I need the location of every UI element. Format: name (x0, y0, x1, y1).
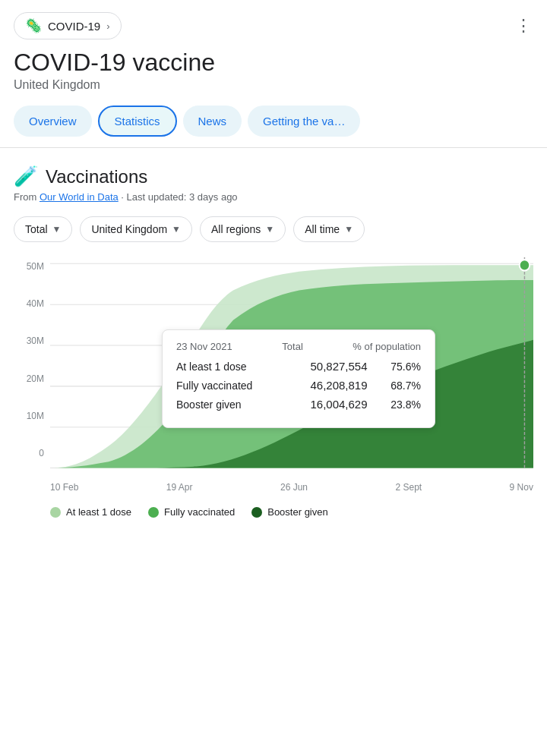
tooltip-col-pct: % of population (353, 341, 421, 352)
breadcrumb-label: COVID-19 (48, 20, 100, 33)
legend-item-fully: Fully vaccinated (148, 506, 235, 518)
x-label-sept: 2 Sept (395, 482, 422, 493)
tooltip-row1-name: At least 1 dose (176, 361, 291, 373)
page-subtitle: United Kingdom (0, 78, 547, 101)
y-label-10m: 10M (14, 411, 44, 421)
tab-news[interactable]: News (183, 106, 242, 137)
covid-icon: 🦠 (25, 17, 42, 34)
filter-time[interactable]: All time ▼ (293, 216, 365, 242)
divider (0, 147, 547, 148)
y-axis: 50M 40M 30M 20M 10M 0 (14, 257, 44, 462)
vaccinations-section: 🧪 Vaccinations From Our World in Data · … (0, 151, 547, 500)
x-axis: 10 Feb 19 Apr 26 Jun 2 Sept 9 Nov (50, 482, 533, 493)
filter-total[interactable]: Total ▼ (14, 216, 72, 242)
x-label-feb: 10 Feb (50, 482, 78, 493)
x-label-jun: 26 Jun (280, 482, 308, 493)
tooltip-row-2: Fully vaccinated 46,208,819 68.7% (176, 379, 421, 392)
filter-regions-arrow: ▼ (265, 224, 274, 235)
legend-label-1dose: At least 1 dose (66, 506, 131, 518)
y-label-50m: 50M (14, 261, 44, 272)
tooltip-row3-pct: 23.8% (368, 398, 421, 411)
x-label-apr: 19 Apr (166, 482, 193, 493)
legend-dot-1dose (50, 507, 61, 518)
source-suffix: · Last updated: 3 days ago (119, 191, 238, 203)
chevron-right-icon: › (106, 20, 109, 32)
y-label-20m: 20M (14, 373, 44, 384)
legend-label-fully: Fully vaccinated (164, 506, 235, 518)
tab-getting[interactable]: Getting the va… (248, 106, 360, 137)
filter-country-arrow: ▼ (172, 224, 181, 235)
tabs-row: Overview Statistics News Getting the va… (0, 101, 547, 144)
vaccine-icon: 🧪 (14, 165, 38, 188)
tooltip-row2-pct: 68.7% (368, 380, 421, 392)
legend-label-booster: Booster given (267, 506, 328, 518)
page-title: COVID-19 vaccine (0, 46, 547, 78)
filter-time-label: All time (305, 223, 340, 235)
legend-item-1dose: At least 1 dose (50, 506, 131, 518)
source-link[interactable]: Our World in Data (40, 191, 119, 203)
chart-area: 50M 40M 30M 20M 10M 0 (14, 257, 533, 500)
tooltip-row3-name: Booster given (176, 398, 291, 411)
covid-breadcrumb[interactable]: 🦠 COVID-19 › (14, 12, 122, 39)
legend-item-booster: Booster given (251, 506, 328, 518)
filter-country[interactable]: United Kingdom ▼ (80, 216, 192, 242)
y-label-40m: 40M (14, 298, 44, 309)
tooltip-row-3: Booster given 16,004,629 23.8% (176, 398, 421, 411)
tooltip-row2-total: 46,208,819 (291, 379, 368, 392)
tooltip-box: 23 Nov 2021 Total % of population At lea… (162, 329, 435, 428)
tab-overview[interactable]: Overview (14, 106, 92, 137)
tooltip-row-1: At least 1 dose 50,827,554 75.6% (176, 360, 421, 373)
tooltip-row2-name: Fully vaccinated (176, 380, 291, 392)
filter-country-label: United Kingdom (91, 223, 167, 235)
section-title-row: 🧪 Vaccinations (14, 165, 533, 188)
filter-regions-label: All regions (211, 223, 261, 235)
x-label-nov: 9 Nov (510, 482, 533, 493)
section-title: Vaccinations (46, 166, 147, 187)
tooltip-col-total: Total (282, 341, 302, 352)
source-prefix: From (14, 191, 40, 203)
filter-regions[interactable]: All regions ▼ (200, 216, 286, 242)
tooltip-row1-pct: 75.6% (368, 361, 421, 373)
tooltip-row1-total: 50,827,554 (291, 360, 368, 373)
y-label-30m: 30M (14, 335, 44, 346)
filters-row: Total ▼ United Kingdom ▼ All regions ▼ A… (14, 216, 533, 242)
tooltip-header: 23 Nov 2021 Total % of population (176, 341, 421, 352)
legend-row: At least 1 dose Fully vaccinated Booster… (0, 500, 547, 531)
svg-point-7 (520, 260, 530, 271)
legend-dot-booster (251, 507, 262, 518)
more-options-icon[interactable]: ⋮ (515, 16, 533, 36)
tooltip-row3-total: 16,004,629 (291, 398, 368, 411)
tooltip-date: 23 Nov 2021 (176, 341, 232, 352)
source-line: From Our World in Data · Last updated: 3… (14, 191, 533, 203)
legend-dot-fully (148, 507, 159, 518)
filter-total-arrow: ▼ (52, 224, 62, 235)
top-bar: 🦠 COVID-19 › ⋮ (0, 0, 547, 46)
filter-time-arrow: ▼ (344, 224, 353, 235)
y-label-0: 0 (14, 448, 44, 458)
tab-statistics[interactable]: Statistics (98, 106, 177, 137)
filter-total-label: Total (25, 223, 48, 235)
